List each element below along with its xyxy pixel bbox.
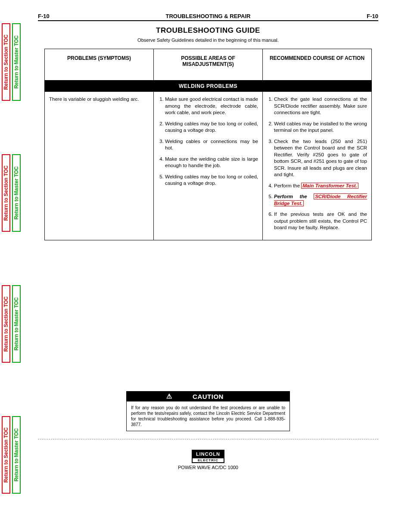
page-number-right: F-10 [367, 13, 378, 19]
table-row: There is variable or sluggish welding ar… [45, 92, 371, 240]
page-footer: LINCOLN ELECTRIC POWER WAVE AC/DC 1000 [38, 450, 378, 470]
return-master-toc-tab[interactable]: Return to Master TOC [12, 416, 21, 494]
table-category-band: WELDING PROBLEMS [45, 81, 371, 92]
return-section-toc-tab[interactable]: Return to Section TOC [2, 285, 10, 363]
table-header-recommended: RECOMMENDED COURSE OF ACTION [263, 49, 371, 80]
list-item: Check the two leads (250 and 251) betwee… [274, 138, 367, 178]
return-section-toc-label: Return to Section TOC [3, 296, 9, 352]
return-master-toc-label: Return to Master TOC [13, 166, 19, 220]
page-number-left: F-10 [38, 13, 50, 19]
return-section-toc-label: Return to Section TOC [3, 427, 9, 482]
list-item: Welding cables may be too long or coiled… [165, 121, 258, 134]
table-header-possible-areas: POSSIBLE AREAS OF MISADJUSTMENT(S) [154, 49, 263, 80]
table-header-row: PROBLEMS (SYMPTOMS) POSSIBLE AREAS OF MI… [45, 49, 371, 81]
list-item-text: Perform the [274, 194, 314, 199]
table-cell-recommended: Check the gate lead connections at the S… [263, 92, 371, 240]
main-transformer-test-link[interactable]: Main Transformer Test. [301, 183, 358, 189]
page-content: F-10 TROUBLESHOOTING & REPAIR F-10 TROUB… [38, 13, 378, 470]
return-master-toc-tab[interactable]: Return to Master TOC [12, 154, 21, 232]
return-section-toc-tab[interactable]: Return to Section TOC [2, 23, 10, 101]
list-item-text: Perform the [274, 183, 300, 188]
safety-subtitle: Observe Safety Guidelines detailed in th… [38, 37, 378, 43]
return-master-toc-tab[interactable]: Return to Master TOC [12, 23, 21, 101]
return-master-toc-label: Return to Master TOC [13, 297, 19, 351]
logo-top-text: LINCOLN [192, 450, 224, 458]
list-item: Perform the Main Transformer Test. [274, 183, 367, 190]
list-item: If the previous tests are OK and the out… [274, 211, 367, 231]
lincoln-electric-logo: LINCOLN ELECTRIC [192, 450, 224, 463]
return-section-toc-tab[interactable]: Return to Section TOC [2, 154, 10, 232]
page-header-title: TROUBLESHOOTING & REPAIR [166, 13, 251, 19]
list-item: Perform the SCR/Diode Rectifier Bridge T… [274, 193, 367, 207]
page-header: F-10 TROUBLESHOOTING & REPAIR F-10 [38, 13, 378, 21]
return-master-toc-label: Return to Master TOC [13, 428, 19, 482]
return-master-toc-label: Return to Master TOC [13, 35, 19, 89]
return-section-toc-label: Return to Section TOC [3, 165, 9, 221]
list-item: Welding cables or connections may be hot… [165, 138, 258, 152]
section-title: TROUBLESHOOTING GUIDE [38, 26, 378, 35]
caution-title: CAUTION [193, 393, 224, 400]
caution-bar: ⚠ CAUTION [127, 392, 290, 401]
caution-box: ⚠ CAUTION If for any reason you do not u… [126, 391, 290, 431]
table-header-problems: PROBLEMS (SYMPTOMS) [45, 49, 154, 80]
warning-icon: ⚠ [166, 392, 172, 400]
table-cell-problem: There is variable or sluggish welding ar… [45, 92, 154, 240]
dashed-divider [38, 439, 378, 439]
list-item: Weld cables may be installed to the wron… [274, 121, 367, 134]
return-section-toc-tab[interactable]: Return to Section TOC [2, 416, 10, 494]
list-item: Make sure good electrical contact is mad… [165, 96, 258, 116]
caution-text: If for any reason you do not understand … [127, 401, 290, 431]
return-master-toc-tab[interactable]: Return to Master TOC [12, 285, 21, 363]
return-section-toc-label: Return to Section TOC [3, 34, 9, 90]
logo-bottom-text: ELECTRIC [192, 458, 224, 463]
list-item: Check the gate lead connections at the S… [274, 96, 367, 116]
footer-model: POWER WAVE AC/DC 1000 [38, 465, 378, 470]
table-cell-possible: Make sure good electrical contact is mad… [154, 92, 263, 240]
list-item: Welding cables may be too long or coiled… [165, 174, 258, 187]
list-item: Make sure the welding cable size is larg… [165, 156, 258, 169]
troubleshooting-table: PROBLEMS (SYMPTOMS) POSSIBLE AREAS OF MI… [44, 49, 372, 240]
